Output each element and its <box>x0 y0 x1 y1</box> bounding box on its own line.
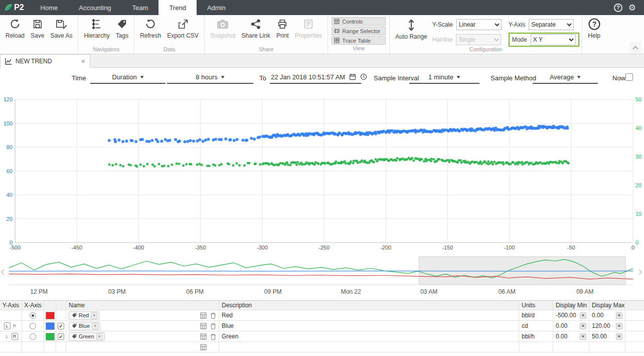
range-scroll-right-icon[interactable]: › <box>638 265 642 278</box>
clear-min-icon[interactable]: × <box>580 312 586 319</box>
nav-item-accounting[interactable]: Accounting <box>68 0 121 15</box>
export-csv-label: Export CSV <box>167 32 199 39</box>
save-button[interactable]: Save <box>28 16 47 39</box>
right-axis-button[interactable]: R <box>12 333 18 340</box>
share-link-button[interactable]: Share Link <box>239 16 273 39</box>
trash-icon[interactable] <box>210 333 216 340</box>
mode-select[interactable]: X Y <box>531 34 576 45</box>
trace-table-toggle[interactable]: Trace Table <box>332 36 386 45</box>
p2-logo[interactable]: P2 <box>0 0 30 15</box>
tab-new-trend[interactable]: NEW TREND × <box>0 54 90 68</box>
print-button[interactable]: Print <box>273 16 292 39</box>
remove-trace-icon[interactable]: × <box>96 333 103 340</box>
nav-label: Trend <box>169 4 186 12</box>
range-selector-toggle[interactable]: Range Selector <box>332 27 386 35</box>
tags-button[interactable]: Tags <box>113 16 131 39</box>
sample-method-dropdown[interactable]: Average▼ <box>533 71 598 84</box>
calculation-icon[interactable] <box>200 312 207 319</box>
time-type-dropdown[interactable]: Duration▼ <box>90 71 166 84</box>
clear-max-icon[interactable]: × <box>616 333 622 340</box>
trash-icon[interactable] <box>210 312 216 319</box>
now-checkbox[interactable] <box>625 73 633 81</box>
auto-range-icon <box>406 19 416 31</box>
trace-tag-pill[interactable]: Green × <box>69 332 105 341</box>
calculation-icon[interactable] <box>200 344 207 350</box>
scatter-plot[interactable]: -500-450-400-350-300-250-200-150-100-500… <box>0 89 644 254</box>
properties-button[interactable]: Properties <box>292 16 326 39</box>
remove-trace-icon[interactable]: × <box>92 323 98 329</box>
x-axis-radio[interactable] <box>30 312 36 319</box>
end-datetime-picker[interactable]: 22 Jan 2018 10:51:57 AM <box>270 71 361 84</box>
trash-icon[interactable] <box>210 323 216 329</box>
remove-trace-icon[interactable]: × <box>91 312 97 319</box>
svg-text:50: 50 <box>635 96 641 102</box>
duration-dropdown[interactable]: 8 hours▼ <box>167 71 253 84</box>
nav-item-trend[interactable]: Trend <box>158 0 196 15</box>
y-axis-select[interactable]: Separate <box>529 19 574 30</box>
range-scroll-left-icon[interactable]: ‹ <box>1 265 5 278</box>
name-cell: Blue × <box>66 321 219 331</box>
calculation-icon[interactable] <box>200 333 207 340</box>
trace-tag-pill[interactable]: Red × <box>69 311 99 320</box>
hierarchy-button[interactable]: Hierarchy <box>81 16 112 39</box>
calendar-icon[interactable] <box>349 73 356 80</box>
svg-text:40: 40 <box>7 192 13 198</box>
snapshot-button[interactable]: Snapshot <box>207 16 239 39</box>
auto-range-button[interactable]: Auto Range <box>392 16 430 40</box>
clear-min-icon[interactable]: × <box>580 333 586 340</box>
y-scale-select[interactable]: Linear <box>456 19 502 30</box>
tags-label: Tags <box>116 32 128 39</box>
collapse-toolbar-button[interactable] <box>630 42 641 54</box>
display-min-value: 0.00 <box>556 322 567 329</box>
tab-title: NEW TREND <box>16 58 78 65</box>
right-axis-button[interactable]: R <box>12 322 18 329</box>
svg-text:Mon 22: Mon 22 <box>341 288 361 295</box>
svg-text:100: 100 <box>4 121 13 127</box>
help-button[interactable]: ? Help <box>585 16 604 39</box>
sample-interval-dropdown[interactable]: 1 minute▼ <box>409 71 479 84</box>
clear-max-icon[interactable]: × <box>616 323 622 329</box>
x-axis-radio[interactable] <box>30 323 36 329</box>
color-swatch[interactable] <box>46 333 55 340</box>
units-cell: bbl/h <box>519 331 553 342</box>
nav-item-admin[interactable]: Admin <box>197 0 236 15</box>
reload-button[interactable]: Reload <box>3 16 28 39</box>
clear-max-icon[interactable]: × <box>616 312 622 319</box>
save-as-button[interactable]: Save As <box>47 16 75 39</box>
end-datetime-value: 22 Jan 2018 10:51:57 AM <box>271 73 345 81</box>
calculation-icon[interactable] <box>200 323 207 329</box>
controls-toggle[interactable]: Controls <box>332 17 386 26</box>
hairline-select[interactable]: Single <box>456 34 501 45</box>
left-axis-button[interactable]: L <box>4 322 11 329</box>
y-axis-toggle[interactable]: LR <box>4 333 18 340</box>
nav-item-home[interactable]: Home <box>30 0 69 15</box>
range-overview-chart[interactable]: 12 PM03 PM06 PM09 PMMon 2203 AM06 AM09 A… <box>0 254 644 300</box>
now-label: Now <box>612 74 625 82</box>
properties-icon <box>303 18 314 30</box>
svg-text:-400: -400 <box>133 245 144 251</box>
time-label: Time <box>72 74 86 82</box>
mode-label: Mode <box>512 36 527 43</box>
table-row: LR <box>0 331 22 342</box>
tab-close-icon[interactable]: × <box>81 58 85 65</box>
nav-item-team[interactable]: Team <box>122 0 159 15</box>
help-icon[interactable]: ? <box>614 4 622 12</box>
visibility-checkbox[interactable] <box>58 323 64 329</box>
export-csv-button[interactable]: Export CSV <box>164 16 202 39</box>
color-swatch[interactable] <box>46 322 55 330</box>
left-axis-button[interactable]: L <box>4 333 11 340</box>
empty-row-cell <box>553 342 589 352</box>
visibility-checkbox[interactable] <box>58 333 64 340</box>
color-swatch[interactable] <box>46 312 55 319</box>
col-header-color <box>44 301 56 310</box>
toolbar: Reload Save Save As Hiera <box>0 15 644 54</box>
refresh-button[interactable]: Refresh <box>137 16 164 39</box>
x-axis-radio[interactable] <box>30 333 36 340</box>
clock-icon[interactable] <box>360 73 367 80</box>
svg-text:-350: -350 <box>195 245 206 251</box>
range-selection-window[interactable] <box>419 257 625 285</box>
gear-icon[interactable]: ⚙ <box>628 4 636 12</box>
clear-min-icon[interactable]: × <box>580 323 586 329</box>
trace-tag-pill[interactable]: Blue × <box>69 322 100 330</box>
y-axis-toggle[interactable]: LR <box>4 322 18 329</box>
